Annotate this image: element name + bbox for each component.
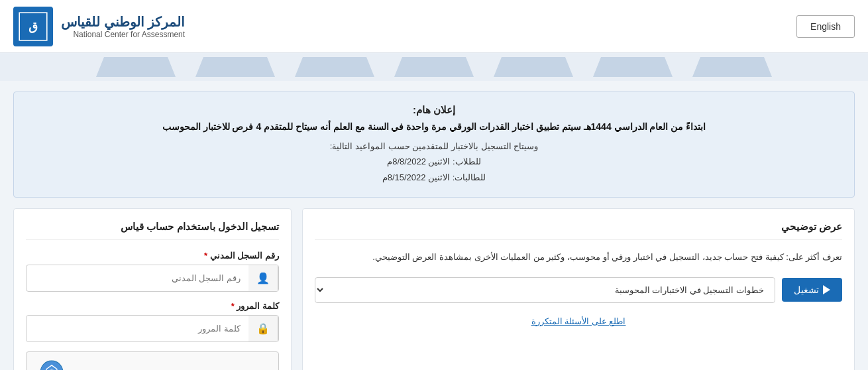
recaptcha-logo-icon bbox=[40, 360, 64, 370]
logo-icon: ق bbox=[13, 7, 53, 46]
password-input[interactable] bbox=[27, 317, 248, 340]
announcement-title: إعلان هام: bbox=[30, 104, 838, 116]
band-shape-5 bbox=[295, 57, 374, 77]
password-input-wrapper: 🔒 bbox=[26, 315, 279, 342]
header: English المركز الوطني للقياس National Ce… bbox=[0, 0, 868, 53]
captcha-area[interactable]: أنا لست روبوت reCAPTCHA bbox=[26, 351, 279, 370]
captcha-right: reCAPTCHA bbox=[34, 360, 68, 370]
login-panel-title: تسجيل الدخول باستخدام حساب قياس bbox=[26, 221, 279, 240]
id-input[interactable] bbox=[27, 267, 248, 290]
faq-link[interactable]: اطلع على الأسئلة المتكررة bbox=[315, 316, 842, 326]
login-panel: تسجيل الدخول باستخدام حساب قياس رقم السج… bbox=[13, 208, 292, 370]
demo-panel: عرض توضيحي تعرف أكثر على: كيفية فتح حساب… bbox=[302, 208, 855, 370]
svg-text:ق: ق bbox=[28, 20, 38, 33]
id-required-marker: * bbox=[204, 251, 207, 261]
lock-icon: 🔒 bbox=[248, 316, 278, 341]
announcement-subtitle: ابتداءً من العام الدراسي 1444هـ سيتم تطب… bbox=[30, 121, 838, 132]
password-label-text: كلمة المرور bbox=[237, 301, 279, 311]
play-button-label: تشغيل bbox=[794, 284, 819, 295]
id-input-wrapper: 👤 bbox=[26, 265, 279, 292]
band-shape-6 bbox=[195, 57, 275, 77]
demo-dropdown[interactable]: خطوات التسجيل في الاختبارات المحوسبة كيف… bbox=[315, 277, 775, 303]
id-label: رقم السجل المدني * bbox=[26, 251, 279, 261]
person-icon: 👤 bbox=[248, 265, 278, 291]
english-button[interactable]: English bbox=[796, 15, 855, 38]
band-shape-3 bbox=[494, 57, 573, 77]
logo-text: المركز الوطني للقياس National Center for… bbox=[61, 14, 185, 39]
announcement-line1: وسيتاح التسجيل بالاختبار للمتقدمين حسب ا… bbox=[330, 141, 538, 151]
password-label: كلمة المرور * bbox=[26, 301, 279, 311]
demo-description: تعرف أكثر على: كيفية فتح حساب جديد، التس… bbox=[315, 249, 842, 265]
announcement-details: وسيتاح التسجيل بالاختبار للمتقدمين حسب ا… bbox=[30, 139, 838, 185]
password-required-marker: * bbox=[231, 301, 235, 311]
id-form-group: رقم السجل المدني * 👤 bbox=[26, 251, 279, 292]
announcement-line2: للطلاب: الاثنين 8/8/2022م bbox=[387, 156, 480, 166]
top-decorative-band bbox=[0, 53, 868, 81]
logo-arabic-name: المركز الوطني للقياس bbox=[61, 14, 185, 30]
main-content: عرض توضيحي تعرف أكثر على: كيفية فتح حساب… bbox=[13, 208, 855, 370]
band-shape-7 bbox=[96, 57, 176, 77]
band-shape-1 bbox=[692, 57, 772, 77]
band-shape-4 bbox=[394, 57, 474, 77]
play-button[interactable]: تشغيل bbox=[782, 278, 842, 302]
announcement-line3: للطالبات: الاثنين 8/15/2022م bbox=[382, 172, 486, 182]
logo-area: المركز الوطني للقياس National Center for… bbox=[13, 7, 185, 46]
demo-controls: تشغيل خطوات التسجيل في الاختبارات المحوس… bbox=[315, 277, 842, 303]
play-icon bbox=[823, 285, 830, 294]
announcement-section: إعلان هام: ابتداءً من العام الدراسي 1444… bbox=[13, 92, 855, 198]
id-label-text: رقم السجل المدني bbox=[210, 251, 279, 261]
password-form-group: كلمة المرور * 🔒 bbox=[26, 301, 279, 342]
logo-english-name: National Center for Assessment bbox=[61, 30, 185, 39]
band-shape-2 bbox=[593, 57, 673, 77]
demo-panel-title: عرض توضيحي bbox=[315, 221, 842, 240]
